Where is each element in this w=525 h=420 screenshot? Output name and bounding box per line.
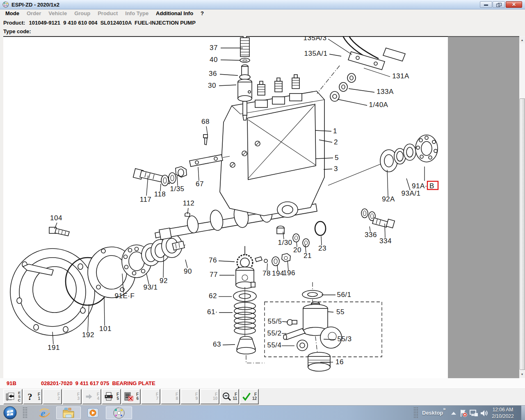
- desktop-toolbar-label[interactable]: Desktop: [422, 410, 443, 416]
- menu-item-order[interactable]: Order: [23, 10, 45, 17]
- part-label-117[interactable]: 117: [140, 196, 152, 203]
- action-center-flag-icon[interactable]: [459, 409, 468, 417]
- part-label-20[interactable]: 20: [293, 246, 301, 254]
- part-label-194[interactable]: 194: [272, 269, 284, 277]
- fkey-button-f1[interactable]: ?F1: [23, 389, 42, 404]
- fkey-button-f7[interactable]: F7: [141, 389, 160, 404]
- part-label-78[interactable]: 78: [262, 269, 271, 277]
- leader-line: [221, 60, 240, 60]
- part-label-92[interactable]: 92: [160, 277, 168, 285]
- part-label-336[interactable]: 336: [365, 231, 377, 239]
- part-label-3[interactable]: 3: [334, 165, 338, 173]
- show-desktop-button[interactable]: [521, 406, 525, 420]
- part-label-68[interactable]: 68: [201, 118, 210, 126]
- part-label-104[interactable]: 104: [50, 214, 62, 222]
- part-label-36[interactable]: 36: [209, 70, 217, 78]
- fkey-button-f6[interactable]: F6: [121, 389, 141, 404]
- taskbar-clock[interactable]: 12:06 AM 2/10/2022: [491, 406, 515, 420]
- part-label-61-[interactable]: 61·: [207, 308, 218, 316]
- part-label-101[interactable]: 101: [99, 325, 112, 333]
- blank-icon: [183, 392, 192, 402]
- part-label-30[interactable]: 30: [208, 82, 216, 89]
- fkey-button-f3[interactable]: F3: [62, 389, 82, 404]
- windows-explorer-icon[interactable]: [56, 406, 81, 419]
- leader-line: [198, 167, 199, 181]
- scroll-up-icon[interactable]: ▲: [519, 37, 525, 43]
- part-label-1-35[interactable]: 1/35: [170, 185, 184, 193]
- part-label-133a[interactable]: 133A: [377, 88, 394, 96]
- part-label-92a[interactable]: 92A: [382, 195, 395, 203]
- part-label-1-30[interactable]: 1/30: [278, 239, 292, 247]
- fkey-button-f11[interactable]: F11: [220, 389, 239, 404]
- menu-item-group[interactable]: Group: [71, 10, 94, 17]
- part-label-112[interactable]: 112: [183, 199, 195, 207]
- part-label-63[interactable]: 63: [213, 340, 221, 348]
- show-hidden-icons-icon[interactable]: [450, 411, 457, 415]
- fkey-button-f12[interactable]: F12: [240, 389, 259, 404]
- fkey-button-f10[interactable]: F10: [200, 389, 219, 404]
- start-button[interactable]: [3, 406, 17, 420]
- part-label-191[interactable]: 191: [48, 344, 60, 352]
- fkey-button-f4[interactable]: F4: [82, 389, 101, 404]
- part-label-91e-f[interactable]: 91E·F: [115, 292, 135, 300]
- part-label-77[interactable]: 77: [210, 271, 218, 278]
- internet-explorer-icon[interactable]: e: [35, 406, 53, 419]
- part-label-93a-1[interactable]: 93A/1: [402, 189, 421, 197]
- part-label-55-4[interactable]: 55/4: [267, 341, 281, 349]
- part-label-21[interactable]: 21: [304, 252, 312, 260]
- part-label-1-40a[interactable]: 1/40A: [369, 101, 388, 109]
- part-label-196[interactable]: 196: [283, 269, 295, 277]
- part-label-b[interactable]: B: [429, 182, 434, 190]
- part-label-1[interactable]: 1: [333, 127, 337, 135]
- vertical-scrollbar[interactable]: ▲ ▼: [519, 36, 525, 378]
- part-label-91a-[interactable]: 91A·: [412, 182, 427, 190]
- part-label-55-3[interactable]: 55/3: [337, 335, 352, 343]
- part-label-55-2[interactable]: 55/2: [267, 329, 281, 337]
- fkey-button-f9[interactable]: F9: [180, 389, 200, 404]
- part-label-135a-1[interactable]: 135A/1: [304, 50, 328, 57]
- part-label-55[interactable]: 55: [336, 308, 345, 316]
- part-label-131a[interactable]: 131A: [392, 72, 409, 80]
- part-label-192[interactable]: 192: [82, 331, 94, 339]
- menu-item-additional-info[interactable]: Additional Info: [152, 10, 197, 17]
- espi-application-icon[interactable]: [106, 406, 132, 419]
- part-label-40[interactable]: 40: [210, 56, 218, 64]
- toolbar-overflow-chevron[interactable]: »: [443, 406, 446, 412]
- part-label-2[interactable]: 2: [334, 138, 338, 146]
- close-button[interactable]: ✕: [506, 1, 522, 8]
- network-icon[interactable]: [469, 409, 478, 417]
- part-label-23[interactable]: 23: [318, 244, 326, 252]
- part-label-334[interactable]: 334: [379, 237, 392, 245]
- fkey-button-f5[interactable]: F5: [102, 389, 121, 404]
- menu-item-info-type[interactable]: Info Type: [121, 10, 152, 17]
- leader-line: [329, 54, 341, 56]
- leader-line: [185, 260, 187, 268]
- part-label-93-1[interactable]: 93/1: [143, 283, 158, 291]
- part-label-37[interactable]: 37: [210, 44, 218, 52]
- part-label-56-1[interactable]: 56/1: [337, 291, 351, 299]
- part-label-62[interactable]: 62: [209, 292, 217, 300]
- scroll-down-icon[interactable]: ▼: [519, 371, 525, 378]
- menu-item-mode[interactable]: Mode: [2, 10, 23, 17]
- minimize-button[interactable]: [480, 1, 492, 8]
- scrollbar-thumb[interactable]: [520, 98, 525, 370]
- media-player-icon[interactable]: [83, 406, 103, 419]
- volume-icon[interactable]: [480, 409, 488, 417]
- doc-delete-icon: [123, 392, 133, 402]
- fkey-button-esc[interactable]: 2ESC: [3, 389, 23, 404]
- product-info-panel: Product:101049-9121 9 410 610 004 SL0124…: [0, 17, 525, 36]
- menu-item-help[interactable]: ?: [197, 10, 208, 17]
- part-label-76[interactable]: 76: [209, 256, 217, 264]
- restore-button[interactable]: [493, 1, 505, 8]
- fkey-button-f8[interactable]: F8: [161, 389, 180, 404]
- menu-item-vehicle[interactable]: Vehicle: [45, 10, 71, 17]
- part-label-118[interactable]: 118: [154, 190, 166, 198]
- part-label-90[interactable]: 90: [184, 267, 192, 275]
- part-label-55-5[interactable]: 55/5: [267, 317, 282, 325]
- part-label-5[interactable]: 5: [335, 154, 339, 162]
- menu-item-product[interactable]: Product: [94, 10, 121, 17]
- part-label-135a-3[interactable]: 135A/3: [304, 36, 327, 42]
- part-label-67[interactable]: 67: [196, 180, 204, 188]
- part-label-16[interactable]: 16: [336, 358, 344, 366]
- fkey-button-f2[interactable]: F2: [43, 389, 62, 404]
